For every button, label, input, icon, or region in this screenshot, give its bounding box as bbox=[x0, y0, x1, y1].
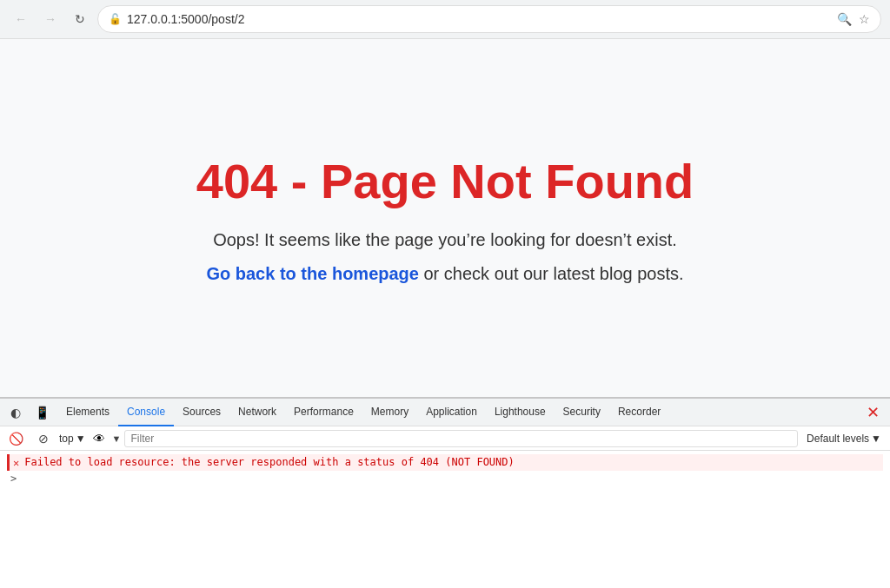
address-bar[interactable]: 🔓 🔍 ☆ bbox=[97, 5, 881, 33]
tab-recorder[interactable]: Recorder bbox=[609, 399, 669, 426]
tab-security[interactable]: Security bbox=[555, 399, 609, 426]
error-title: 404 - Page Not Found bbox=[196, 153, 694, 209]
block-requests-button[interactable]: ⊘ bbox=[31, 426, 56, 451]
context-dropdown-icon: ▼ bbox=[76, 433, 86, 445]
tab-performance[interactable]: Performance bbox=[285, 399, 362, 426]
default-levels-button[interactable]: Default levels ▼ bbox=[801, 433, 887, 445]
tab-network[interactable]: Network bbox=[229, 399, 285, 426]
forward-button[interactable]: → bbox=[38, 7, 63, 31]
filter-area: ▼ bbox=[112, 430, 798, 447]
action-suffix: or check out our latest blog posts. bbox=[419, 264, 684, 283]
devtools-close-button[interactable]: ✕ bbox=[860, 403, 887, 422]
context-selector[interactable]: top ▼ bbox=[59, 433, 86, 445]
url-input[interactable] bbox=[127, 12, 832, 26]
main-content: 404 - Page Not Found Oops! It seems like… bbox=[0, 39, 890, 397]
tab-sources[interactable]: Sources bbox=[174, 399, 229, 426]
devtools-panel: ◐ 📱 Elements Console Sources Network Per… bbox=[0, 397, 890, 588]
browser-chrome: ← → ↻ 🔓 🔍 ☆ bbox=[0, 0, 890, 39]
filter-icon: ▼ bbox=[112, 433, 122, 444]
back-button[interactable]: ← bbox=[9, 7, 33, 31]
lock-icon: 🔓 bbox=[109, 13, 122, 25]
tab-lighthouse[interactable]: Lighthouse bbox=[486, 399, 555, 426]
zoom-icon[interactable]: 🔍 bbox=[837, 12, 852, 26]
devtools-console: ✕ Failed to load resource: the server re… bbox=[0, 451, 890, 588]
console-error-message: Failed to load resource: the server resp… bbox=[24, 456, 515, 468]
tab-console[interactable]: Console bbox=[118, 399, 174, 426]
default-levels-label: Default levels bbox=[807, 433, 869, 445]
homepage-link[interactable]: Go back to the homepage bbox=[206, 264, 418, 283]
bookmark-icon[interactable]: ☆ bbox=[859, 12, 870, 26]
error-action: Go back to the homepage or check out our… bbox=[206, 264, 683, 284]
filter-input[interactable] bbox=[124, 430, 798, 447]
clear-console-button[interactable]: 🚫 bbox=[3, 426, 28, 451]
prompt-symbol: > bbox=[10, 472, 17, 485]
error-subtitle: Oops! It seems like the page you’re look… bbox=[213, 230, 677, 250]
device-toggle-button[interactable]: 📱 bbox=[30, 400, 54, 425]
browser-controls: ← → ↻ 🔓 🔍 ☆ bbox=[0, 0, 890, 38]
context-label: top bbox=[59, 433, 74, 445]
error-icon: ✕ bbox=[13, 457, 19, 469]
tab-application[interactable]: Application bbox=[417, 399, 486, 426]
console-prompt-row[interactable]: > bbox=[7, 471, 883, 486]
default-levels-icon: ▼ bbox=[871, 433, 881, 445]
inspect-element-button[interactable]: ◐ bbox=[3, 400, 28, 425]
address-bar-icons: 🔍 ☆ bbox=[837, 12, 870, 26]
console-error-row: ✕ Failed to load resource: the server re… bbox=[7, 454, 883, 471]
reload-button[interactable]: ↻ bbox=[68, 7, 92, 31]
devtools-tabs: ◐ 📱 Elements Console Sources Network Per… bbox=[0, 399, 890, 426]
eye-button[interactable]: 👁 bbox=[90, 429, 109, 448]
tab-memory[interactable]: Memory bbox=[362, 399, 417, 426]
tab-elements[interactable]: Elements bbox=[57, 399, 118, 426]
devtools-left-icons: ◐ 📱 bbox=[3, 400, 54, 425]
devtools-toolbar: 🚫 ⊘ top ▼ 👁 ▼ Default levels ▼ bbox=[0, 426, 890, 451]
